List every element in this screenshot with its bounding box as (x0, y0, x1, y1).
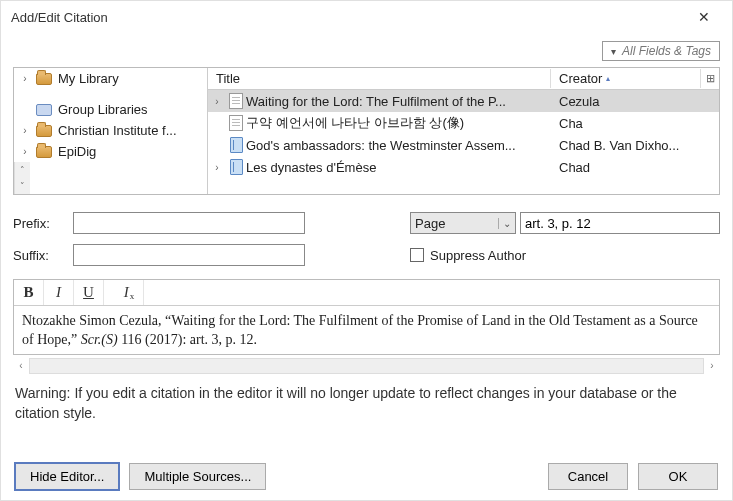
prefix-input[interactable] (73, 212, 305, 234)
sidebar-item-my-library[interactable]: › My Library (14, 68, 207, 89)
book-icon (230, 159, 243, 175)
item-title: God's ambassadors: the Westminster Assem… (246, 138, 551, 153)
checkbox-icon (410, 248, 424, 262)
suffix-label: Suffix: (13, 248, 69, 263)
titlebar: Add/Edit Citation ✕ (1, 1, 732, 33)
close-icon: ✕ (698, 9, 710, 25)
group-icon (36, 104, 52, 116)
sidebar-item-collection[interactable]: › Christian Institute f... (14, 120, 207, 141)
sidebar-item-label: Group Libraries (58, 102, 148, 117)
list-item[interactable]: God's ambassadors: the Westminster Assem… (208, 134, 719, 156)
search-scope-dropdown[interactable]: ▾ All Fields & Tags (602, 41, 720, 61)
expand-icon[interactable]: › (20, 146, 30, 157)
article-icon (229, 93, 243, 109)
expand-icon[interactable]: › (208, 96, 226, 107)
locator-type-select[interactable]: Page ⌄ (410, 212, 516, 234)
scroll-track[interactable] (29, 358, 704, 374)
clear-formatting-button[interactable]: Ix (114, 280, 144, 305)
library-panes: › My Library Group Libraries › Christian… (13, 67, 720, 195)
editor-hscroll[interactable]: ‹ › (13, 357, 720, 375)
locator-type-label: Page (415, 216, 445, 231)
close-button[interactable]: ✕ (684, 1, 724, 33)
multiple-sources-button[interactable]: Multiple Sources... (129, 463, 266, 490)
column-picker-icon: ⊞ (706, 72, 715, 84)
editor-content[interactable]: Ntozakhe Simon Cezula, “Waiting for the … (14, 306, 719, 354)
cancel-button[interactable]: Cancel (548, 463, 628, 490)
ok-button[interactable]: OK (638, 463, 718, 490)
list-item[interactable]: › Les dynastes d'Émèse Chad (208, 156, 719, 178)
list-header: Title Creator ▴ ⊞ (208, 68, 719, 90)
sort-asc-icon: ▴ (606, 74, 610, 83)
column-header-creator[interactable]: Creator ▴ (551, 69, 701, 88)
chevron-down-icon: ⌄ (498, 218, 511, 229)
locator-grid: Prefix: Page ⌄ Suffix: Suppress Author (13, 209, 720, 269)
suppress-author-checkbox[interactable]: Suppress Author (410, 248, 720, 263)
item-creator: Cha (551, 116, 719, 131)
article-icon (229, 115, 243, 131)
sidebar-scrollbar[interactable]: ˄ ˅ (14, 162, 30, 194)
sidebar-item-group-libraries: Group Libraries (14, 99, 207, 120)
expand-icon[interactable]: › (20, 73, 30, 84)
column-picker-button[interactable]: ⊞ (701, 72, 719, 85)
item-title: 구약 예언서에 나타난 아브라함 상(像) (246, 114, 551, 132)
sidebar-item-label: Christian Institute f... (58, 123, 177, 138)
search-scope-label: All Fields & Tags (622, 44, 711, 58)
sidebar-item-label: My Library (58, 71, 119, 86)
dialog-window: Add/Edit Citation ✕ ▾ All Fields & Tags … (0, 0, 733, 501)
scroll-down-icon[interactable]: ˅ (15, 178, 30, 194)
hide-editor-button[interactable]: Hide Editor... (15, 463, 119, 490)
folder-icon (36, 125, 52, 137)
locator-input[interactable] (520, 212, 720, 234)
list-item[interactable]: 구약 예언서에 나타난 아브라함 상(像) Cha (208, 112, 719, 134)
window-title: Add/Edit Citation (11, 10, 108, 25)
item-creator: Cezula (551, 94, 719, 109)
folder-icon (36, 73, 52, 85)
library-tree: › My Library Group Libraries › Christian… (14, 68, 208, 194)
button-bar: Hide Editor... Multiple Sources... Cance… (13, 457, 720, 492)
list-item[interactable]: › Waiting for the Lord: The Fulfilment o… (208, 90, 719, 112)
editor-toolbar: B I U Ix (14, 280, 719, 306)
expand-icon[interactable]: › (20, 125, 30, 136)
suppress-author-label: Suppress Author (430, 248, 526, 263)
book-icon (230, 137, 243, 153)
scroll-up-icon[interactable]: ˄ (15, 162, 30, 178)
expand-icon[interactable]: › (208, 162, 226, 173)
citation-text-italic: Scr.(S) (81, 332, 118, 347)
item-creator: Chad B. Van Dixho... (551, 138, 719, 153)
column-header-title[interactable]: Title (208, 69, 551, 88)
items-list: Title Creator ▴ ⊞ › Waiting for the Lord… (208, 68, 719, 194)
bold-button[interactable]: B (14, 280, 44, 305)
item-title: Les dynastes d'Émèse (246, 160, 551, 175)
item-title: Waiting for the Lord: The Fulfilment of … (246, 94, 551, 109)
chevron-down-icon: ▾ (611, 46, 616, 57)
suffix-input[interactable] (73, 244, 305, 266)
sidebar-item-collection[interactable]: › EpiDig (14, 141, 207, 162)
dialog-content: ▾ All Fields & Tags › My Library Group (1, 33, 732, 500)
folder-icon (36, 146, 52, 158)
item-creator: Chad (551, 160, 719, 175)
citation-text-suffix: 116 (2017): art. 3, p. 12. (118, 332, 257, 347)
citation-editor: B I U Ix Ntozakhe Simon Cezula, “Waiting… (13, 279, 720, 355)
column-header-label: Creator (559, 71, 602, 86)
prefix-label: Prefix: (13, 216, 69, 231)
italic-button[interactable]: I (44, 280, 74, 305)
underline-button[interactable]: U (74, 280, 104, 305)
scroll-right-icon[interactable]: › (704, 360, 720, 371)
editor-warning: Warning: If you edit a citation in the e… (15, 383, 718, 424)
sidebar-item-label: EpiDig (58, 144, 96, 159)
scroll-left-icon[interactable]: ‹ (13, 360, 29, 371)
